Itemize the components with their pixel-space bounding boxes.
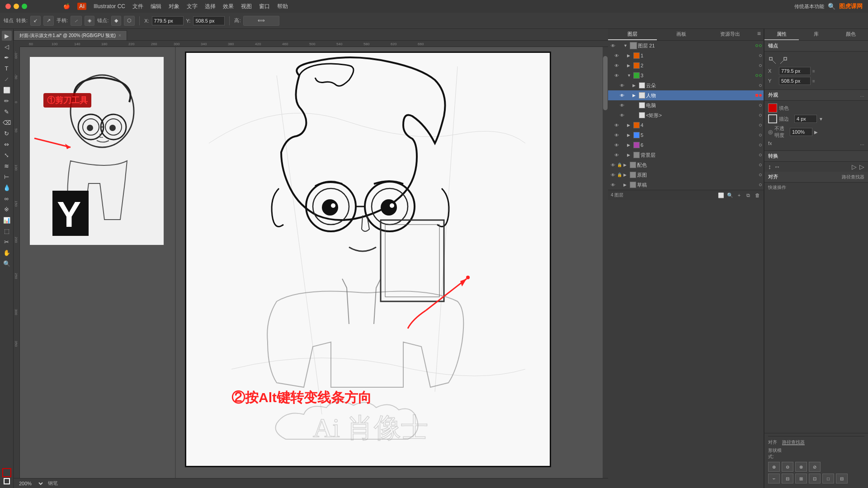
stroke-color-icon[interactable] [4, 478, 10, 484]
layer-new-page-btn[interactable]: ⬜ [717, 192, 725, 199]
transform-icon3[interactable]: ▷ [852, 163, 857, 170]
menu-type[interactable]: 文字 [187, 3, 198, 10]
menu-window[interactable]: 窗口 [259, 3, 270, 10]
layer-search-btn[interactable]: 🔍 [726, 192, 734, 199]
layer-row-3[interactable]: 👁 ▼ 3 [608, 70, 764, 80]
right-tab-properties[interactable]: 属性 [764, 29, 799, 40]
layer-expand-bg[interactable]: ▶ [627, 153, 632, 157]
main-canvas[interactable]: Ai 肖像士 [176, 47, 608, 478]
transform-icon1[interactable]: ↕ [768, 163, 771, 170]
layer-duplicate-btn[interactable]: ⧉ [745, 192, 752, 199]
menu-illustrator[interactable]: Illustrator CC [94, 3, 125, 9]
layer-trash-btn[interactable]: 🗑 [754, 192, 761, 199]
x-input[interactable] [152, 16, 184, 25]
layer-row-color[interactable]: 👁 🔒 ▶ 配色 [608, 160, 764, 170]
pf-exclude-btn[interactable]: ⊘ [809, 462, 821, 472]
y-coord-input[interactable] [779, 77, 811, 85]
layer-add-btn[interactable]: + [736, 192, 743, 199]
layer-row-person[interactable]: 👁 ▶ 人物 [608, 90, 764, 100]
opacity-input[interactable] [790, 128, 812, 136]
layer-eye-bg[interactable]: 👁 [613, 152, 620, 158]
tool-warp[interactable]: ≋ [2, 161, 12, 171]
tool-slice[interactable]: ✂ [2, 237, 12, 247]
anchor-section-header[interactable]: 锚点 [764, 41, 868, 52]
tool-direct-select[interactable]: ◁ [2, 42, 12, 52]
layer-eye-rect[interactable]: 👁 [619, 112, 625, 118]
pf-crop-btn[interactable]: ⊡ [809, 474, 821, 483]
layer-expand-2[interactable]: ▶ [627, 63, 632, 68]
layer-row-5[interactable]: 👁 ▶ 5 [608, 130, 764, 140]
tool-zoom[interactable]: 🔍 [2, 258, 12, 268]
pf-merge-btn[interactable]: ⊞ [795, 474, 807, 483]
transform-section-header[interactable]: 转换 [764, 151, 868, 162]
layer-expand-1[interactable]: ▶ [627, 53, 632, 58]
pf-outline-btn[interactable]: □ [822, 474, 834, 483]
menu-view[interactable]: 视图 [241, 3, 252, 10]
tool-symbol[interactable]: ※ [2, 204, 12, 214]
appearance-section-header[interactable]: 外观 … [764, 90, 868, 101]
transform-btn1[interactable]: ↙ [30, 16, 41, 26]
layer-expand-21[interactable]: ▼ [623, 43, 629, 48]
layer-expand-5[interactable]: ▶ [627, 133, 632, 137]
layer-row-cloud[interactable]: 👁 ▶ 云朵 [608, 80, 764, 90]
layer-row-21[interactable]: 👁 ▼ 图层 21 [608, 41, 764, 51]
layer-row-4[interactable]: 👁 ▶ 4 [608, 120, 764, 130]
layer-expand-original[interactable]: ▶ [623, 173, 629, 177]
layer-lock-original[interactable]: 🔒 [617, 173, 623, 177]
tool-artboard[interactable]: ⬚ [2, 226, 12, 236]
pf-unite-btn[interactable]: ⊕ [768, 462, 780, 472]
hand-btn2[interactable]: ◈ [85, 16, 94, 26]
layer-eye-pc[interactable]: 👁 [619, 102, 625, 108]
anchor-topleft-icon[interactable] [768, 56, 777, 65]
tool-rect[interactable]: ⬜ [2, 85, 12, 95]
transform-icon4[interactable]: ▷ [859, 163, 864, 170]
anchor-topright-icon[interactable] [779, 56, 788, 65]
layer-expand-6[interactable]: ▶ [627, 143, 632, 147]
layer-row-1[interactable]: 👁 ▶ 1 [608, 51, 764, 61]
pf-tab-path[interactable]: 路径查找器 [782, 440, 805, 445]
fill-color-swatch[interactable] [768, 103, 777, 113]
tool-hand[interactable]: ✋ [2, 248, 12, 258]
tool-paintbrush[interactable]: ✏ [2, 96, 12, 106]
document-tab[interactable]: 封面-演示源文件1.ai* @ 200% (RGB/GPU 预览) × [14, 30, 127, 40]
layer-expand-draft[interactable]: ▶ [623, 183, 629, 187]
layer-row-2[interactable]: 👁 ▶ 2 [608, 61, 764, 70]
layer-expand-color[interactable]: ▶ [623, 163, 629, 167]
opacity-expand-icon[interactable]: ▶ [814, 130, 818, 135]
layer-eye-6[interactable]: 👁 [613, 142, 620, 148]
scrollbar-vertical[interactable] [603, 47, 608, 478]
tool-scale[interactable]: ⤡ [2, 150, 12, 160]
menu-file[interactable]: 文件 [132, 3, 143, 10]
menu-select[interactable]: 选择 [205, 3, 216, 10]
tool-select[interactable]: ▶ [2, 31, 12, 41]
appearance-expand-icon[interactable]: … [860, 93, 864, 98]
layer-lock-color[interactable]: 🔒 [617, 163, 623, 167]
zoom-select[interactable]: 200% 100% 150% 50% [17, 480, 44, 487]
tool-pen[interactable]: ✒ [2, 52, 12, 62]
transform-btn2[interactable]: ↗ [43, 16, 54, 26]
fx-expand-icon[interactable]: … [860, 141, 864, 146]
y-input[interactable] [193, 16, 225, 25]
layer-eye-person[interactable]: 👁 [619, 92, 625, 99]
transform-icon2[interactable]: ↔ [774, 163, 780, 170]
pf-divide-btn[interactable]: ⫟ [768, 474, 780, 483]
layer-row-pc[interactable]: 👁 电脑 [608, 100, 764, 110]
stroke-color-swatch[interactable] [768, 114, 777, 123]
pf-trim-btn[interactable]: ⊟ [782, 474, 793, 483]
tool-rotate[interactable]: ↻ [2, 128, 12, 138]
menu-effect[interactable]: 效果 [223, 3, 234, 10]
layer-eye-color[interactable]: 👁 [610, 162, 616, 168]
tool-eraser[interactable]: ⌫ [2, 117, 12, 127]
apple-menu[interactable]: 🍎 [63, 3, 70, 9]
layer-eye-original[interactable]: 👁 [610, 172, 616, 178]
layer-eye-4[interactable]: 👁 [613, 122, 620, 128]
layer-eye-1[interactable]: 👁 [613, 52, 620, 59]
stroke-expand-icon[interactable]: ▼ [819, 117, 823, 122]
pf-minus2-btn[interactable]: ⊟ [836, 474, 848, 483]
maximize-button[interactable] [22, 4, 27, 9]
pf-minus-btn[interactable]: ⊖ [782, 462, 793, 472]
right-tab-library[interactable]: 库 [799, 29, 833, 40]
layer-row-rect[interactable]: 👁 <矩形> [608, 110, 764, 120]
layer-expand-3[interactable]: ▼ [627, 73, 632, 78]
layer-row-draft[interactable]: 👁 ▶ 草稿 [608, 180, 764, 190]
